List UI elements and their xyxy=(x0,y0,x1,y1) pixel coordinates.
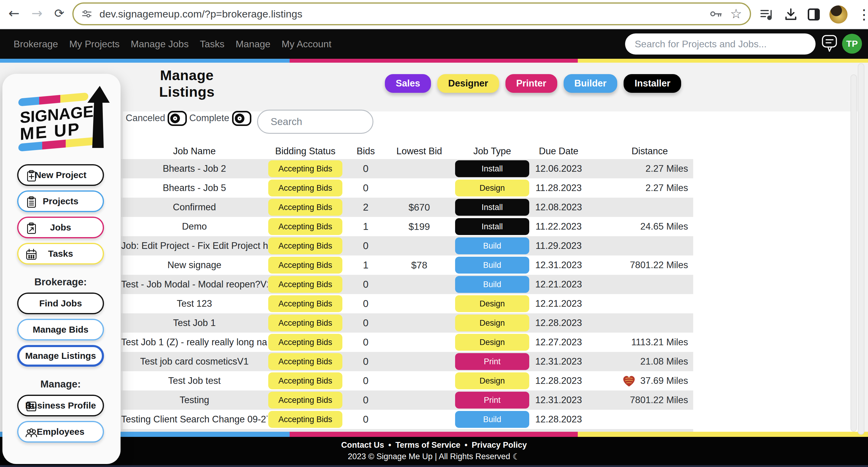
sidebar-button[interactable]: Manage Bids xyxy=(17,319,104,340)
footer-link[interactable]: Contact Us xyxy=(341,440,384,450)
sidebar-button[interactable]: Find Jobs xyxy=(17,292,104,314)
canceled-toggle[interactable] xyxy=(167,111,187,126)
bidding-status-badge[interactable]: Accepting Bids xyxy=(268,276,342,293)
bidding-status-badge[interactable]: Accepting Bids xyxy=(268,199,342,216)
table-row[interactable]: Test - Job Modal - Modal reopen?V2 Accep… xyxy=(121,275,693,294)
job-type-badge[interactable]: Design xyxy=(455,372,529,389)
media-controls-icon[interactable] xyxy=(760,8,774,21)
sidebar-button[interactable]: Projects xyxy=(17,190,104,212)
page-scrollbar[interactable] xyxy=(858,63,864,435)
top-nav-link[interactable]: My Account xyxy=(281,38,331,50)
table-row[interactable]: Test Job 1 (Z) - really really long nam.… xyxy=(121,333,693,352)
browser-menu-icon[interactable]: ⋮ xyxy=(857,7,868,21)
table-row[interactable]: Confirmed Accepting Bids 2 $670 Install … xyxy=(121,198,693,217)
column-header[interactable]: Job Name xyxy=(121,146,268,157)
chat-icon[interactable] xyxy=(821,34,838,53)
top-nav-link[interactable]: Brokerage xyxy=(13,38,58,50)
stripe-pink xyxy=(290,59,578,63)
bidding-status-badge[interactable]: Accepting Bids xyxy=(268,411,342,428)
job-type-badge[interactable]: Install xyxy=(455,160,529,177)
column-header[interactable]: Bidding Status xyxy=(268,146,342,157)
bids-count: 0 xyxy=(342,414,389,425)
job-type-badge[interactable]: Design xyxy=(455,334,529,351)
complete-toggle[interactable] xyxy=(232,111,251,126)
table-row[interactable]: Test 123 Accepting Bids 0 Design 12.21.2… xyxy=(121,294,693,313)
bidding-status-badge[interactable]: Accepting Bids xyxy=(268,160,342,177)
sidebar-button[interactable]: Jobs xyxy=(17,217,104,238)
column-header[interactable]: Distance xyxy=(588,146,690,157)
global-search-input[interactable] xyxy=(634,38,807,50)
sidebar-button[interactable]: Tasks xyxy=(17,243,104,264)
job-type-badge[interactable]: Build xyxy=(455,238,529,254)
table-row[interactable]: Testing Client Search Change 09-27-... A… xyxy=(121,410,693,429)
footer-link[interactable]: Privacy Policy xyxy=(472,440,527,450)
bidding-status-badge[interactable]: Accepting Bids xyxy=(268,353,342,370)
bidding-status-badge[interactable]: Accepting Bids xyxy=(268,334,342,351)
job-type-badge[interactable]: Install xyxy=(455,218,529,235)
tune-icon[interactable] xyxy=(82,8,92,19)
table-row[interactable]: Bhearts - Job 5 Accepting Bids 0 Design … xyxy=(121,178,693,198)
job-type-badge[interactable]: Build xyxy=(455,411,529,428)
global-search[interactable] xyxy=(625,33,815,55)
top-nav-link[interactable]: Manage xyxy=(236,38,271,50)
job-type-badge[interactable]: Build xyxy=(455,276,529,293)
user-avatar[interactable]: TP xyxy=(842,34,862,54)
sidebar-button-active[interactable]: Manage Listings xyxy=(17,345,104,367)
table-row[interactable]: Test Job 1 Accepting Bids 0 Design 12.28… xyxy=(121,313,693,333)
footer-link[interactable]: Terms of Service xyxy=(396,440,461,450)
sidebar-button[interactable]: Business Profile xyxy=(17,395,104,416)
bids-count: 2 xyxy=(342,201,389,213)
bidding-status-badge[interactable]: Accepting Bids xyxy=(268,218,342,235)
table-search[interactable] xyxy=(257,110,373,134)
job-type-badge[interactable]: Print xyxy=(455,392,529,409)
sidebar-button[interactable]: New Project xyxy=(17,164,104,186)
forward-icon[interactable]: → xyxy=(31,5,42,21)
table-row[interactable]: Testing Accepting Bids 0 Print 12.31.202… xyxy=(121,391,693,410)
job-type-badge[interactable]: Design xyxy=(455,295,529,312)
side-panel-icon[interactable] xyxy=(808,8,820,21)
url-input[interactable] xyxy=(99,8,709,20)
bidding-status-badge[interactable]: Accepting Bids xyxy=(268,372,342,389)
signage-me-up-logo[interactable]: SIGNAGE ME UP xyxy=(12,85,112,153)
browser-profile-avatar[interactable] xyxy=(830,5,847,24)
job-type-badge[interactable]: Design xyxy=(455,180,529,196)
bidding-status-badge[interactable]: Accepting Bids xyxy=(268,392,342,409)
content-scrollbar[interactable] xyxy=(850,74,857,432)
bidding-status-badge[interactable]: Accepting Bids xyxy=(268,315,342,332)
address-bar[interactable]: ☆ xyxy=(72,2,751,25)
job-type-badge[interactable]: Design xyxy=(455,315,529,332)
download-icon[interactable] xyxy=(784,7,798,22)
top-nav-link[interactable]: Tasks xyxy=(200,38,224,50)
column-header[interactable]: Due Date xyxy=(529,146,588,157)
column-header[interactable]: Lowest Bid xyxy=(389,146,450,157)
sidebar-button[interactable]: Employees xyxy=(17,421,104,443)
table-search-input[interactable] xyxy=(270,116,399,128)
reload-icon[interactable]: ⟳ xyxy=(54,6,64,20)
role-button[interactable]: Installer xyxy=(624,74,681,93)
table-row[interactable]: Test Job test Accepting Bids 0 Design 12… xyxy=(121,371,693,391)
column-header[interactable]: Job Type xyxy=(455,146,529,157)
role-button[interactable]: Builder xyxy=(564,74,618,93)
top-nav-link[interactable]: Manage Jobs xyxy=(131,38,189,50)
table-row[interactable]: Job: Edit Project - Fix Edit Project ha.… xyxy=(121,236,693,255)
role-button[interactable]: Printer xyxy=(505,74,557,93)
table-row[interactable]: Bhearts - Job 2 Accepting Bids 0 Install… xyxy=(121,159,693,178)
job-type-badge[interactable]: Install xyxy=(455,199,529,216)
toggle-knob xyxy=(170,114,180,123)
bidding-status-badge[interactable]: Accepting Bids xyxy=(268,238,342,254)
table-row[interactable]: New signage Accepting Bids 1 $78 Build 1… xyxy=(121,255,693,275)
bookmark-star-icon[interactable]: ☆ xyxy=(730,7,742,21)
role-button[interactable]: Designer xyxy=(437,74,499,93)
bidding-status-badge[interactable]: Accepting Bids xyxy=(268,257,342,274)
job-type-badge[interactable]: Build xyxy=(455,257,529,274)
role-button[interactable]: Sales xyxy=(385,74,431,93)
job-type-badge[interactable]: Print xyxy=(455,353,529,370)
key-icon[interactable] xyxy=(709,7,722,21)
table-row[interactable]: Demo Accepting Bids 1 $199 Install 11.22… xyxy=(121,217,693,236)
back-icon[interactable]: ← xyxy=(8,5,20,21)
bidding-status-badge[interactable]: Accepting Bids xyxy=(268,180,342,196)
top-nav-link[interactable]: My Projects xyxy=(69,38,120,50)
table-row[interactable]: Test job card cosmeticsV1 Accepting Bids… xyxy=(121,352,693,371)
bidding-status-badge[interactable]: Accepting Bids xyxy=(268,295,342,312)
column-header[interactable]: Bids xyxy=(342,146,389,157)
